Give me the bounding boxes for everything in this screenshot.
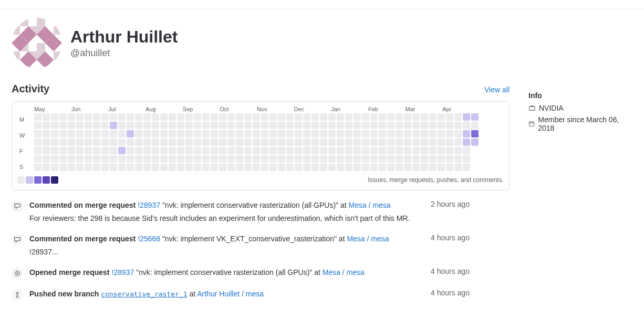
contribution-cell[interactable] (227, 139, 235, 146)
contribution-cell[interactable] (59, 130, 67, 137)
contribution-cell[interactable] (396, 113, 403, 121)
contribution-cell[interactable] (295, 130, 302, 137)
contribution-cell[interactable] (328, 113, 336, 121)
contribution-cell[interactable] (354, 139, 361, 146)
contribution-cell[interactable] (227, 122, 235, 129)
contribution-cell[interactable] (320, 122, 327, 129)
contribution-cell[interactable] (454, 139, 462, 146)
contribution-cell[interactable] (194, 130, 201, 137)
contribution-cell[interactable] (295, 113, 302, 121)
contribution-cell[interactable] (118, 147, 126, 154)
contribution-cell[interactable] (362, 130, 369, 137)
contribution-cell[interactable] (101, 130, 109, 137)
contribution-cell[interactable] (446, 164, 453, 171)
contribution-cell[interactable] (429, 155, 437, 163)
contribution-cell[interactable] (345, 164, 352, 171)
contribution-cell[interactable] (286, 147, 294, 154)
contribution-cell[interactable] (311, 122, 319, 129)
contribution-cell[interactable] (85, 130, 92, 137)
contribution-cell[interactable] (269, 155, 277, 163)
contribution-cell[interactable] (34, 113, 41, 121)
contribution-cell[interactable] (93, 164, 100, 171)
contribution-cell[interactable] (152, 139, 159, 146)
contribution-cell[interactable] (160, 139, 168, 146)
contribution-cell[interactable] (177, 147, 184, 154)
contribution-cell[interactable] (438, 113, 445, 121)
contribution-cell[interactable] (345, 147, 352, 154)
contribution-cell[interactable] (59, 139, 67, 146)
contribution-cell[interactable] (236, 155, 243, 163)
contribution-cell[interactable] (152, 130, 159, 137)
contribution-cell[interactable] (370, 139, 378, 146)
contribution-cell[interactable] (404, 122, 411, 129)
contribution-cell[interactable] (118, 130, 126, 137)
contribution-cell[interactable] (404, 113, 411, 121)
contribution-cell[interactable] (93, 113, 100, 121)
contribution-cell[interactable] (454, 130, 462, 137)
contribution-cell[interactable] (43, 164, 50, 171)
contribution-cell[interactable] (295, 147, 302, 154)
contribution-cell[interactable] (68, 164, 75, 171)
contribution-cell[interactable] (43, 113, 50, 121)
contribution-cell[interactable] (101, 139, 109, 146)
contribution-cell[interactable] (68, 122, 75, 129)
contribution-cell[interactable] (85, 147, 92, 154)
view-all-link[interactable]: View all (484, 86, 510, 94)
contribution-cell[interactable] (438, 147, 445, 154)
contribution-cell[interactable] (454, 147, 462, 154)
contribution-cell[interactable] (34, 122, 41, 129)
contribution-cell[interactable] (421, 155, 428, 163)
contribution-cell[interactable] (43, 130, 50, 137)
merge-request-link[interactable]: !25668 (138, 235, 160, 243)
contribution-cell[interactable] (463, 122, 470, 129)
contribution-cell[interactable] (219, 139, 226, 146)
contribution-cell[interactable] (244, 147, 252, 154)
contribution-cell[interactable] (43, 122, 50, 129)
contribution-cell[interactable] (311, 139, 319, 146)
contribution-cell[interactable] (412, 122, 420, 129)
contribution-cell[interactable] (68, 147, 75, 154)
contribution-cell[interactable] (253, 155, 260, 163)
contribution-cell[interactable] (236, 130, 243, 137)
contribution-cell[interactable] (370, 122, 378, 129)
contribution-cell[interactable] (85, 155, 92, 163)
contribution-cell[interactable] (387, 113, 394, 121)
contribution-cell[interactable] (59, 164, 67, 171)
contribution-cell[interactable] (244, 164, 252, 171)
contribution-cell[interactable] (160, 147, 168, 154)
contribution-cell[interactable] (253, 164, 260, 171)
contribution-cell[interactable] (177, 164, 184, 171)
contribution-cell[interactable] (278, 122, 285, 129)
contribution-cell[interactable] (194, 147, 201, 154)
contribution-cell[interactable] (127, 155, 134, 163)
contribution-cell[interactable] (328, 122, 336, 129)
contribution-cell[interactable] (185, 130, 193, 137)
contribution-cell[interactable] (118, 139, 126, 146)
contribution-cell[interactable] (127, 130, 134, 137)
contribution-cell[interactable] (143, 113, 151, 121)
contribution-cell[interactable] (143, 122, 151, 129)
contribution-cell[interactable] (463, 155, 470, 163)
contribution-cell[interactable] (269, 139, 277, 146)
contribution-cell[interactable] (227, 147, 235, 154)
contribution-cell[interactable] (194, 155, 201, 163)
contribution-cell[interactable] (337, 155, 344, 163)
contribution-cell[interactable] (471, 130, 479, 137)
contribution-cell[interactable] (295, 122, 302, 129)
contribution-cell[interactable] (295, 139, 302, 146)
contribution-cell[interactable] (76, 139, 84, 146)
contribution-cell[interactable] (219, 130, 226, 137)
contribution-cell[interactable] (463, 147, 470, 154)
contribution-cell[interactable] (244, 113, 252, 121)
contribution-cell[interactable] (253, 113, 260, 121)
contribution-cell[interactable] (110, 147, 117, 154)
contribution-cell[interactable] (278, 147, 285, 154)
contribution-cell[interactable] (160, 122, 168, 129)
contribution-cell[interactable] (219, 155, 226, 163)
contribution-cell[interactable] (135, 113, 142, 121)
contribution-cell[interactable] (337, 130, 344, 137)
contribution-cell[interactable] (278, 164, 285, 171)
contribution-cell[interactable] (278, 139, 285, 146)
contribution-cell[interactable] (244, 139, 252, 146)
contribution-cell[interactable] (446, 139, 453, 146)
